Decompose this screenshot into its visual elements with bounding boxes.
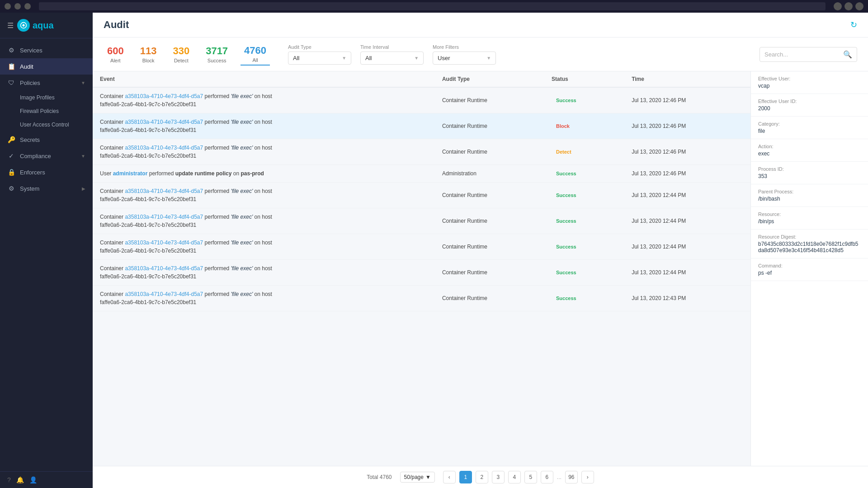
detail-field-value: ps -ef [758,270,861,276]
event-suffix: on host [255,214,272,220]
browser-icon-3[interactable] [855,2,863,10]
table-row[interactable]: Container a358103a-4710-4e73-4df4-d5a7 p… [93,183,750,208]
compliance-icon: ✓ [7,152,15,160]
time-interval-chevron: ▼ [414,56,419,61]
status-badge: Success [552,96,581,104]
event-prefix: Container [100,265,125,272]
page-size-selector[interactable]: 50/page ▼ [400,472,435,483]
user-profile-icon[interactable]: 👤 [29,476,37,483]
sidebar-item-user-access-control[interactable]: User Access Control [0,118,93,131]
event-mid: performed [205,145,230,151]
table-row[interactable]: Container a358103a-4710-4e73-4df4-d5a7 p… [93,234,750,260]
time-interval-filter: Time Interval All ▼ [360,44,424,65]
event-container-id: a358103a-4710-4e73-4df4-d5a7 [125,145,203,151]
audit-type-cell: Container Runtime [435,183,544,208]
event-host: faffe0a6-2ca6-4bb1-9c7c-b7e5c20bef31 [100,101,196,108]
event-action: 'file exec' [231,93,253,99]
browser-icon-1[interactable] [834,2,842,10]
table-row[interactable]: Container a358103a-4710-4e73-4df4-d5a7 p… [93,113,750,139]
detail-field-value: /bin/bash [758,196,861,202]
audit-type-select[interactable]: All ▼ [288,52,351,65]
page-4-button[interactable]: 4 [508,471,521,483]
audit-type-filter-label: Audit Type [288,44,351,50]
col-time: Time [624,71,750,87]
sidebar-item-services[interactable]: ⚙ Services [0,42,93,58]
table-row[interactable]: Container a358103a-4710-4e73-4df4-d5a7 p… [93,286,750,311]
refresh-button[interactable]: ↻ [850,20,857,30]
browser-control-3[interactable] [24,3,31,9]
enforcers-label: Enforcers [20,169,85,176]
notifications-icon[interactable]: 🔔 [16,476,24,483]
event-mid: performed [205,265,230,272]
stat-all[interactable]: 4760 All [241,43,270,66]
detail-field-label: Command: [758,263,861,268]
event-action: 'file exec' [231,119,253,125]
search-box[interactable]: 🔍 [760,47,857,62]
detail-field-value: 353 [758,173,861,179]
table-row[interactable]: Container a358103a-4710-4e73-4df4-d5a7 p… [93,139,750,165]
search-input[interactable] [764,51,840,58]
event-suffix: on host [255,291,272,297]
stat-block[interactable]: 113 Block [137,43,160,65]
status-badge: Success [552,217,581,225]
hamburger-menu[interactable]: ☰ [7,21,14,30]
sidebar-item-secrets[interactable]: 🔑 Secrets [0,131,93,148]
status-cell: Success [544,183,624,208]
col-audit-type: Audit Type [435,71,544,87]
table-row[interactable]: Container a358103a-4710-4e73-4df4-d5a7 p… [93,208,750,234]
page-3-button[interactable]: 3 [492,471,505,483]
sidebar-item-audit[interactable]: 📋 Audit [0,58,93,75]
system-label: System [20,185,77,192]
browser-icon-2[interactable] [844,2,853,10]
logo-text: aqua [33,20,54,31]
time-cell: Jul 13, 2020 12:46 PM [624,87,750,113]
event-cell: Container a358103a-4710-4e73-4df4-d5a7 p… [93,234,435,260]
stat-success[interactable]: 3717 Success [202,43,231,65]
success-label: Success [208,58,226,63]
app: ☰ aqua ⚙ Services 📋 Audit 🛡 Policies ▼ [0,13,868,488]
detail-field: Category: file [751,117,868,139]
prev-page-button[interactable]: ‹ [443,471,456,483]
time-interval-select[interactable]: All ▼ [360,52,424,65]
time-cell: Jul 13, 2020 12:46 PM [624,165,750,183]
detail-field: Command: ps -ef [751,258,868,281]
block-count: 113 [140,45,157,57]
url-bar[interactable] [39,2,826,10]
table-row[interactable]: User administrator performed update runt… [93,165,750,183]
sidebar-item-compliance[interactable]: ✓ Compliance ▼ [0,148,93,164]
next-page-button[interactable]: › [581,471,594,483]
stat-detect[interactable]: 330 Detect [169,43,193,65]
page-96-button[interactable]: 96 [565,471,578,483]
table-row[interactable]: Container a358103a-4710-4e73-4df4-d5a7 p… [93,87,750,113]
sidebar-item-enforcers[interactable]: 🔒 Enforcers [0,164,93,180]
event-suffix: on host [255,119,272,125]
event-host: faffe0a6-2ca6-4bb1-9c7c-b7e5c20bef31 [100,299,196,305]
browser-control-1[interactable] [5,3,11,9]
audit-type-value: All [293,55,299,61]
audit-table: Event Audit Type Status Time Container a… [93,71,750,311]
sidebar-item-system[interactable]: ⚙ System ▶ [0,180,93,197]
detail-field-value: /bin/ps [758,218,861,225]
table-row[interactable]: Container a358103a-4710-4e73-4df4-d5a7 p… [93,260,750,286]
sidebar-item-policies[interactable]: 🛡 Policies ▼ [0,75,93,91]
browser-control-2[interactable] [14,3,21,9]
page-6-button[interactable]: 6 [541,471,553,483]
page-2-button[interactable]: 2 [476,471,488,483]
search-group: 🔍 [760,47,857,62]
more-filters-select[interactable]: User ▼ [433,52,496,65]
event-prefix: Container [100,145,125,151]
help-icon[interactable]: ? [7,476,11,483]
page-1-button[interactable]: 1 [459,471,472,483]
audit-type-filter: Audit Type All ▼ [288,44,351,65]
page-5-button[interactable]: 5 [524,471,537,483]
status-cell: Success [544,87,624,113]
detail-field: Parent Process: /bin/bash [751,184,868,207]
event-prefix: Container [100,93,125,99]
stat-alert[interactable]: 600 Alert [104,43,127,65]
alert-count: 600 [107,45,124,57]
page-title: Audit [104,19,129,31]
time-interval-value: All [365,55,372,61]
sidebar-item-image-profiles[interactable]: Image Profiles [0,91,93,104]
status-badge: Success [552,294,581,302]
sidebar-item-firewall-policies[interactable]: Firewall Policies [0,104,93,118]
